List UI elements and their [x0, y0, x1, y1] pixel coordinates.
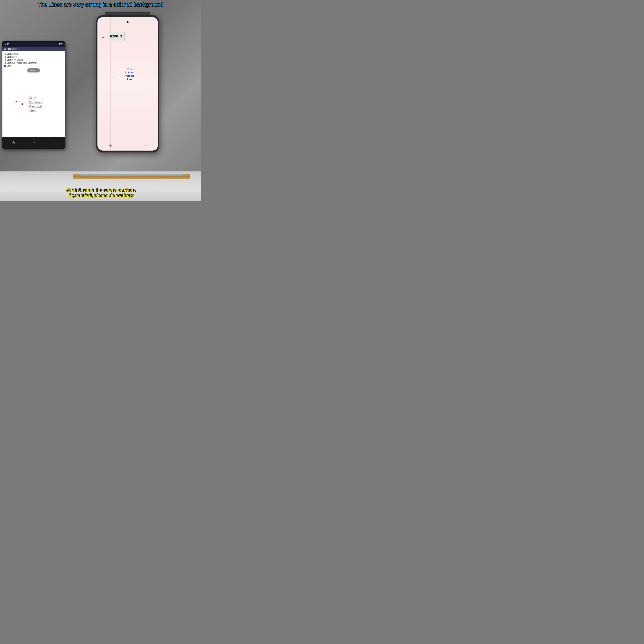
loopback-title: Loopback Test [2, 47, 65, 51]
nav-recent-icon: ⦿ [12, 141, 15, 145]
main-phone-annotation: TwoColoredVerticalLine [125, 67, 134, 81]
option-2: Start : 2ndMic [4, 56, 63, 58]
main-arrow-1: ← [101, 35, 105, 40]
bottom-text-line1: Scratches on the screen surface. [0, 187, 201, 192]
phone-top-mount [105, 12, 150, 15]
radio-2 [4, 56, 6, 58]
radio-5 [4, 65, 6, 67]
main-arrow-2: ← [103, 75, 106, 79]
camera-dot [127, 21, 129, 23]
main-phone: N20U.3 ← ← ← TwoColoredVerticalLine ⦿ ○ … [96, 15, 159, 153]
screen-defect-line-3 [135, 17, 135, 151]
main-arrow-3: ← [111, 75, 115, 79]
page-title: The Lines are very strong in a colored b… [0, 1, 201, 8]
nav-home: ○ [128, 144, 130, 147]
status-bar: 14:45 78% [2, 42, 65, 47]
loopback-options: Start : 1stMic Start : 2ndMic Start : SP… [2, 51, 65, 75]
label-sticker: N20U.3 [108, 32, 124, 41]
main-phone-screen: N20U.3 ← ← ← TwoColoredVerticalLine ⦿ ○ … [97, 17, 158, 151]
radio-3 [4, 59, 6, 61]
option-4: Start : E/P (Please Insert Earphone) [4, 62, 63, 64]
small-phone-screen: 14:45 78% Loopback Test Start : 1stMic S… [2, 42, 65, 149]
nav-home-icon: ○ [34, 141, 36, 145]
loopback-app: Loopback Test Start : 1stMic Start : 2nd… [2, 47, 65, 137]
radio-4 [4, 62, 6, 64]
nav-bar: ⦿ ○ ‹ [97, 144, 158, 147]
option-1: Start : 1stMic [4, 53, 63, 55]
small-arrow-1: ➤ [15, 99, 18, 103]
small-phone: 14:45 78% Loopback Test Start : 1stMic S… [2, 41, 65, 149]
nav-back: ‹ [145, 144, 146, 147]
option-3: Start : SPK_3rdMic [4, 59, 63, 61]
main-phone-container: N20U.3 ← ← ← TwoColoredVerticalLine ⦿ ○ … [61, 11, 194, 179]
nav-back-icon: ‹ [54, 141, 55, 145]
small-arrow-2: ➤ [21, 102, 23, 106]
bottom-text-area: Scratches on the screen surface. If you … [0, 187, 201, 198]
small-phone-annotation: TwoColoredVerticalLine [28, 96, 42, 113]
exit-button[interactable]: EXIT [27, 68, 40, 72]
nav-recent: ⦿ [109, 144, 112, 147]
bottom-text-line2: If you mind, please do not buy! [0, 192, 201, 198]
option-5: Stop [4, 65, 63, 67]
status-time: 14:45 [4, 43, 9, 45]
green-line-2 [23, 47, 23, 137]
green-line-1 [18, 47, 18, 137]
radio-1 [4, 53, 6, 55]
small-nav-bar: ⦿ ○ ‹ [2, 137, 65, 149]
